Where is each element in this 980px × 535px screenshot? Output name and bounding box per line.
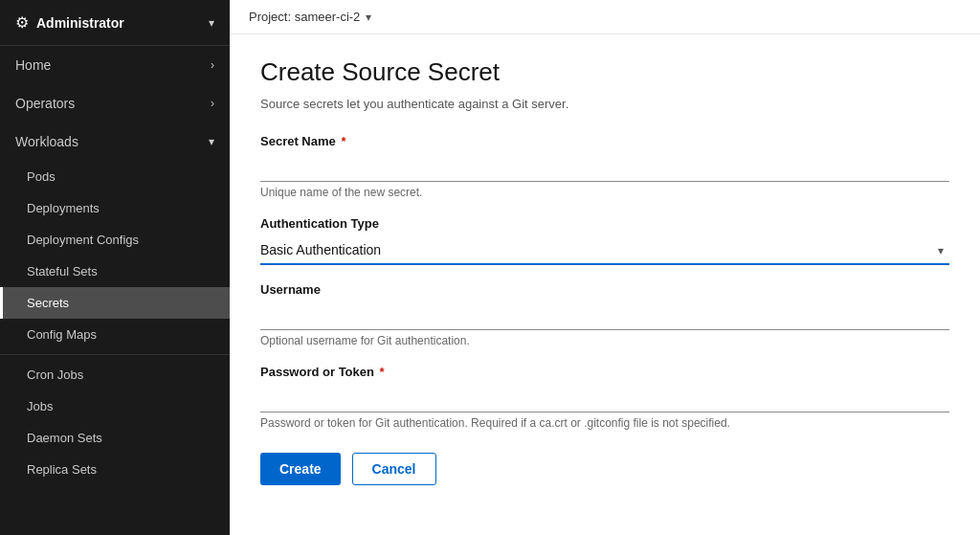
home-arrow-icon: ›	[211, 58, 214, 72]
sidebar-item-replica-sets[interactable]: Replica Sets	[0, 454, 230, 485]
deployment-configs-label: Deployment Configs	[27, 233, 139, 247]
sidebar-item-jobs[interactable]: Jobs	[0, 390, 230, 422]
secret-name-input[interactable]	[260, 154, 949, 182]
sidebar-header-arrow-icon: ▾	[209, 16, 214, 30]
auth-type-label: Authentication Type	[260, 216, 949, 231]
sidebar-item-home[interactable]: Home ›	[0, 46, 230, 84]
sidebar: ⚙ Administrator ▾ Home › Operators › Wor…	[0, 0, 230, 535]
password-hint: Password or token for Git authentication…	[260, 416, 949, 430]
secret-name-group: Secret Name * Unique name of the new sec…	[260, 134, 949, 199]
secrets-label: Secrets	[27, 296, 69, 310]
auth-type-select-wrapper: Basic Authentication SSH Key No credenti…	[260, 236, 949, 265]
daemon-sets-label: Daemon Sets	[27, 431, 102, 445]
deployments-label: Deployments	[27, 201, 100, 215]
admin-icon: ⚙	[15, 13, 29, 32]
pods-label: Pods	[27, 169, 56, 184]
cancel-button[interactable]: Cancel	[352, 453, 436, 485]
project-arrow-icon: ▾	[366, 11, 371, 24]
sidebar-title: Administrator	[36, 15, 209, 31]
replica-sets-label: Replica Sets	[27, 462, 97, 477]
username-group: Username Optional username for Git authe…	[260, 282, 949, 347]
password-required: *	[380, 365, 385, 379]
jobs-label: Jobs	[27, 399, 53, 413]
username-hint: Optional username for Git authentication…	[260, 334, 949, 347]
operators-arrow-icon: ›	[211, 97, 214, 110]
sidebar-item-operators[interactable]: Operators ›	[0, 84, 230, 123]
auth-type-select[interactable]: Basic Authentication SSH Key No credenti…	[260, 236, 949, 265]
password-group: Password or Token * Password or token fo…	[260, 365, 949, 430]
sidebar-item-stateful-sets[interactable]: Stateful Sets	[0, 256, 230, 287]
sidebar-item-daemon-sets[interactable]: Daemon Sets	[0, 422, 230, 454]
sidebar-item-cron-jobs[interactable]: Cron Jobs	[0, 359, 230, 390]
auth-type-group: Authentication Type Basic Authentication…	[260, 216, 949, 265]
secret-name-required: *	[341, 134, 345, 148]
page-title: Create Source Secret	[260, 57, 949, 87]
sidebar-header[interactable]: ⚙ Administrator ▾	[0, 0, 230, 46]
sidebar-item-secrets[interactable]: Secrets	[0, 287, 230, 319]
operators-label: Operators	[15, 96, 75, 111]
username-label: Username	[260, 282, 949, 297]
username-input[interactable]	[260, 302, 949, 330]
sidebar-item-config-maps[interactable]: Config Maps	[0, 319, 230, 350]
sidebar-item-workloads[interactable]: Workloads ▾	[0, 123, 230, 161]
password-input[interactable]	[260, 385, 949, 412]
project-label: Project:	[249, 10, 291, 24]
form-actions: Create Cancel	[260, 453, 949, 485]
project-name: sameer-ci-2	[295, 10, 361, 24]
main-content: Project: sameer-ci-2 ▾ Create Source Sec…	[230, 0, 980, 535]
secret-name-hint: Unique name of the new secret.	[260, 186, 949, 199]
sidebar-item-deployments[interactable]: Deployments	[0, 192, 230, 224]
home-label: Home	[15, 57, 51, 73]
project-selector[interactable]: Project: sameer-ci-2 ▾	[249, 10, 371, 24]
sidebar-divider	[0, 354, 230, 355]
cron-jobs-label: Cron Jobs	[27, 368, 83, 382]
topbar: Project: sameer-ci-2 ▾	[230, 0, 980, 34]
password-label: Password or Token *	[260, 365, 949, 379]
workloads-label: Workloads	[15, 134, 78, 149]
create-button[interactable]: Create	[260, 453, 341, 485]
sidebar-item-deployment-configs[interactable]: Deployment Configs	[0, 224, 230, 256]
page-subtitle: Source secrets let you authenticate agai…	[260, 97, 949, 111]
workloads-arrow-icon: ▾	[209, 135, 214, 148]
sidebar-item-pods[interactable]: Pods	[0, 161, 230, 192]
secret-name-label: Secret Name *	[260, 134, 949, 148]
stateful-sets-label: Stateful Sets	[27, 264, 98, 279]
form-content: Create Source Secret Source secrets let …	[230, 34, 980, 535]
config-maps-label: Config Maps	[27, 327, 97, 342]
